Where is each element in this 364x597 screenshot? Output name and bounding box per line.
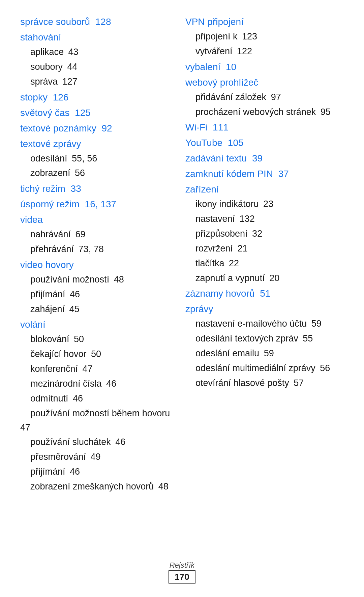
- page-number: 48: [111, 274, 124, 285]
- sub-text: používání sluchátek 46: [20, 437, 125, 447]
- page-number: 57: [291, 378, 304, 388]
- index-sub: přehrávání 73, 78: [20, 242, 179, 257]
- page-number: 59: [309, 319, 322, 329]
- footer-page: 170: [169, 570, 195, 584]
- index-sub: přijímání 46: [20, 288, 179, 302]
- page-number: 46: [113, 437, 126, 447]
- page-number: 47: [20, 422, 30, 432]
- page-number: 55, 56: [69, 153, 97, 163]
- sub-text: odmítnutí 46: [20, 393, 83, 404]
- index-header: textové zprávy: [20, 137, 179, 151]
- index-header: tichý režim 33: [20, 182, 179, 196]
- header-text: textové poznámky 92: [20, 123, 112, 133]
- page-number: 125: [72, 108, 91, 118]
- index-sub: procházení webových stránek 95: [185, 105, 344, 119]
- header-text: vybalení 10: [185, 62, 236, 72]
- index-sub: odeslání emailu 59: [185, 347, 344, 361]
- index-header: zařízení: [185, 182, 344, 197]
- page-number: 59: [261, 348, 274, 358]
- index-sub: nastavení 132: [185, 212, 344, 226]
- index-header: YouTube 105: [185, 136, 344, 150]
- header-text: zadávání textu 39: [185, 153, 263, 163]
- header-text: správce souborů 128: [20, 17, 111, 27]
- header-text: stopky 126: [20, 92, 68, 102]
- index-header: textové poznámky 92: [20, 121, 179, 136]
- sub-text: odeslání multimediální zprávy 56: [185, 363, 330, 373]
- page-number: 123: [240, 31, 257, 41]
- header-text: světový čas 125: [20, 108, 91, 118]
- index-header: video hovory: [20, 258, 179, 272]
- page-number: 46: [67, 467, 80, 477]
- index-sub: ikony indikátoru 23: [185, 197, 344, 211]
- page-content: správce souborů 128stahováníaplikace 43s…: [20, 13, 344, 495]
- header-text: zamknutí kódem PIN 37: [185, 169, 289, 179]
- page-number: 50: [71, 334, 84, 344]
- page-number: 47: [80, 364, 93, 374]
- header-text: volání: [20, 319, 46, 330]
- page-number: 128: [93, 17, 111, 27]
- page-number: 73, 78: [76, 244, 104, 254]
- sub-text: správa 127: [20, 77, 78, 87]
- page-number: 16, 137: [82, 199, 116, 209]
- sub-text: odesílání 55, 56: [20, 153, 97, 163]
- page-number: 50: [89, 349, 101, 359]
- page-number: 56: [72, 168, 85, 178]
- sub-text: používání možností 48: [20, 274, 124, 285]
- sub-text: přidávání záložek 97: [185, 92, 281, 102]
- page-number: 43: [66, 47, 79, 57]
- index-sub: mezinárodní čísla 46: [20, 377, 179, 391]
- page-number: 44: [65, 62, 78, 72]
- index-sub: přidávání záložek 97: [185, 90, 344, 105]
- index-sub: čekající hovor 50: [20, 347, 179, 361]
- index-header: volání: [20, 318, 179, 332]
- index-sub: odesílání textových zpráv 55: [185, 332, 344, 346]
- index-sub: připojení k 123: [185, 30, 344, 44]
- page-number: 97: [268, 92, 281, 102]
- page-number: 45: [67, 304, 80, 314]
- sub-text: přijímání 46: [20, 467, 80, 477]
- page-number: 10: [223, 62, 236, 72]
- index-header: vybalení 10: [185, 60, 344, 74]
- index-sub: používání možností 48: [20, 273, 179, 287]
- page-number: 46: [104, 379, 117, 389]
- sub-text: soubory 44: [20, 62, 78, 72]
- footer-label: Rejstřík: [0, 561, 364, 570]
- sub-text: otevírání hlasové pošty 57: [185, 378, 304, 388]
- sub-text: blokování 50: [20, 334, 84, 344]
- sub-text: přijímání 46: [20, 289, 80, 299]
- page-number: 69: [73, 229, 86, 239]
- index-sub: zapnutí a vypnutí 20: [185, 271, 344, 286]
- header-text: stahování: [20, 32, 61, 42]
- sub-text: odeslání emailu 59: [185, 348, 274, 358]
- header-text: záznamy hovorů 51: [185, 288, 270, 299]
- index-sub: zobrazení 56: [20, 166, 179, 180]
- index-sub: nastavení e-mailového účtu 59: [185, 317, 344, 331]
- header-text: tichý režim 33: [20, 183, 81, 194]
- page-number: 49: [88, 452, 101, 462]
- index-sub: používání sluchátek 46: [20, 435, 179, 449]
- left-column: správce souborů 128stahováníaplikace 43s…: [20, 13, 185, 495]
- index-sub: nahrávání 69: [20, 228, 179, 242]
- index-sub: konferenční 47: [20, 362, 179, 376]
- page-number: 126: [50, 92, 69, 102]
- header-text: videa: [20, 214, 43, 225]
- sub-text: zahájení 45: [20, 304, 80, 314]
- index-sub: přizpůsobení 32: [185, 227, 344, 241]
- index-header: záznamy hovorů 51: [185, 287, 344, 301]
- index-sub: otevírání hlasové pošty 57: [185, 376, 344, 390]
- index-sub: vytváření 122: [185, 44, 344, 59]
- index-header: zprávy: [185, 302, 344, 316]
- sub-text: nahrávání 69: [20, 229, 86, 239]
- page-number: 105: [225, 138, 244, 148]
- page-number: 55: [300, 333, 313, 344]
- page-number: 48: [156, 481, 169, 491]
- page-number: 122: [235, 46, 252, 56]
- sub-text: procházení webových stránek 95: [185, 107, 331, 117]
- sub-text: přizpůsobení 32: [185, 229, 262, 239]
- index-header: stahování: [20, 30, 179, 44]
- sub-text: přehrávání 73, 78: [20, 244, 104, 254]
- index-sub: blokování 50: [20, 332, 179, 347]
- page-number: 127: [60, 77, 78, 87]
- header-text: Wi-Fi 111: [185, 122, 229, 132]
- index-sub: aplikace 43: [20, 45, 179, 59]
